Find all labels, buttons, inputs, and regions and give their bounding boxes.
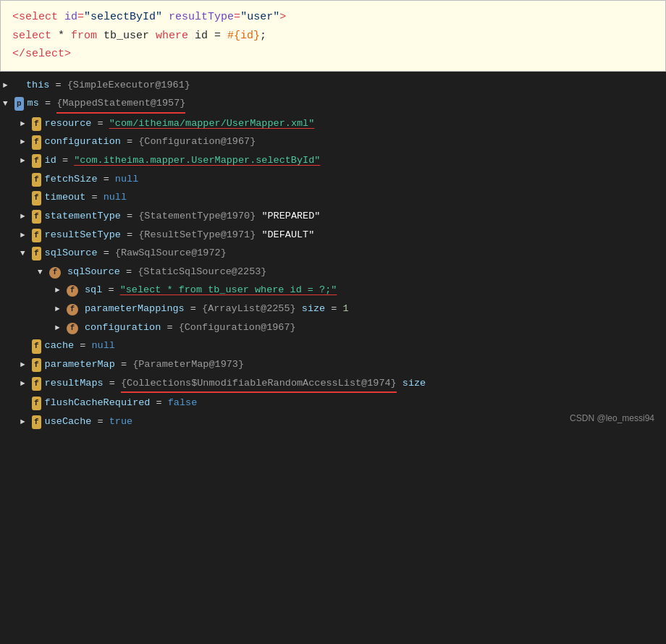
- fetchSize-row: f fetchSize = null: [0, 170, 666, 189]
- watermark: CSDN @leo_messi94: [570, 411, 654, 426]
- val-sqlSource: {RawSqlSource@1972}: [115, 245, 227, 262]
- val-timeout: null: [104, 189, 127, 206]
- code-line-2: select * from tb_user where id = #{id};: [12, 27, 654, 46]
- val-resultMaps: {Collections$UnmodifiableRandomAccessLis…: [121, 375, 397, 394]
- val-sqlSource2: {StaticSqlSource@2253}: [138, 263, 266, 281]
- resultMaps-row: ► f resultMaps = {Collections$Unmodifiab…: [0, 374, 666, 394]
- resultSetType-row: ► f resultSetType = {ResultSetType@1971}…: [0, 226, 666, 245]
- val-configuration: {Configuration@1967}: [138, 133, 256, 151]
- val-resource: "com/itheima/mapper/UserMapper.xml": [109, 115, 315, 132]
- val-sql: "select * from tb_user where id = ?;": [120, 281, 337, 299]
- sqlSource2-row: ▼ f sqlSource = {StaticSqlSource@2253}: [0, 263, 666, 281]
- configuration2-row: ► f configuration = {Configuration@1967}: [0, 318, 666, 337]
- var-sqlSource: sqlSource: [45, 245, 98, 262]
- statementType-row: ► f statementType = {StatementType@1970}…: [0, 207, 666, 226]
- val-statementType-str: "PREPARED": [261, 208, 320, 225]
- var-resultSetType: resultSetType: [45, 226, 121, 244]
- var-statementType: statementType: [45, 208, 121, 225]
- val-ms: {MappedStatement@1957}: [56, 95, 185, 114]
- var-resource: resource: [45, 115, 92, 132]
- arrow-resource[interactable]: ►: [20, 117, 32, 131]
- val-useCache: true: [109, 413, 132, 431]
- var-parameterMap: parameterMap: [45, 356, 115, 373]
- arrow-id[interactable]: ►: [20, 154, 32, 168]
- val-configuration2: {Configuration@1967}: [179, 319, 296, 336]
- var-resultMaps: resultMaps: [45, 375, 104, 392]
- arrow-parameterMappings[interactable]: ►: [55, 302, 67, 316]
- parameterMap-row: ► f parameterMap = {ParameterMap@1973}: [0, 355, 666, 374]
- cache-row: f cache = null: [0, 336, 666, 355]
- this-row: ► this = {SimpleExecutor@1961}: [0, 76, 666, 95]
- ms-row: ▼ p ms = {MappedStatement@1957}: [0, 94, 666, 114]
- arrow-useCache[interactable]: ►: [20, 415, 32, 429]
- sql-row: ► f sql = "select * from tb_user where i…: [0, 281, 666, 300]
- var-flushCacheRequired: flushCacheRequired: [45, 394, 151, 412]
- arrow-resultMaps[interactable]: ►: [20, 377, 32, 391]
- resource-row: ► f resource = "com/itheima/mapper/UserM…: [0, 114, 666, 133]
- id-row: ► f id = "com.itheima.mapper.UserMapper.…: [0, 151, 666, 170]
- var-this: this: [26, 77, 49, 94]
- var-sqlSource2: sqlSource: [67, 263, 120, 281]
- timeout-row: f timeout = null: [0, 188, 666, 207]
- code-block-container: <select id="selectById" resultType="user…: [0, 0, 666, 72]
- var-timeout: timeout: [45, 189, 86, 206]
- var-id: id: [45, 152, 56, 169]
- arrow-resultSetType[interactable]: ►: [20, 229, 32, 242]
- val-resultSetType: {ResultSetType@1971}: [138, 226, 261, 244]
- arrow-this[interactable]: ►: [3, 79, 14, 93]
- flushCacheRequired-row: f flushCacheRequired = false: [0, 394, 666, 412]
- code-line-1: <select id="selectById" resultType="user…: [12, 8, 654, 27]
- val-cache: null: [91, 337, 114, 355]
- val-fetchSize: null: [115, 171, 138, 188]
- val-resultMaps-size: size: [397, 375, 426, 392]
- val-resultSetType-str: "DEFAULT": [261, 226, 314, 244]
- arrow-sqlSource[interactable]: ▼: [20, 247, 32, 260]
- val-id: "com.itheima.mapper.UserMapper.selectByI…: [74, 152, 320, 169]
- arrow-configuration2[interactable]: ►: [55, 321, 67, 335]
- var-parameterMappings: parameterMappings: [85, 300, 185, 318]
- val-parameterMap: {ParameterMap@1973}: [132, 356, 244, 373]
- code-line-3: </select>: [12, 45, 654, 64]
- var-configuration: configuration: [45, 133, 121, 151]
- arrow-configuration[interactable]: ►: [20, 135, 32, 149]
- val-statementType: {StatementType@1970}: [138, 208, 261, 225]
- arrow-sql[interactable]: ►: [55, 284, 67, 297]
- useCache-row: ► f useCache = true: [0, 412, 666, 431]
- arrow-sqlSource2[interactable]: ▼: [38, 266, 49, 279]
- arrow-parameterMap[interactable]: ►: [20, 358, 32, 372]
- var-useCache: useCache: [45, 413, 92, 431]
- val-parameterMappings-size: size: [302, 300, 325, 318]
- parameterMappings-row: ► f parameterMappings = {ArrayList@2255}…: [0, 300, 666, 318]
- sqlSource-row: ▼ f sqlSource = {RawSqlSource@1972}: [0, 244, 666, 263]
- var-fetchSize: fetchSize: [45, 171, 98, 188]
- val-parameterMappings: {ArrayList@2255}: [202, 300, 302, 318]
- var-sql: sql: [85, 281, 102, 299]
- configuration-row: ► f configuration = {Configuration@1967}: [0, 132, 666, 151]
- var-configuration2: configuration: [85, 319, 161, 336]
- debug-tree: ► this = {SimpleExecutor@1961} ▼ p ms = …: [0, 72, 666, 436]
- val-this: {SimpleExecutor@1961}: [67, 77, 190, 94]
- val-parameterMappings-num: 1: [343, 300, 349, 318]
- var-ms: ms: [28, 95, 39, 112]
- arrow-statementType[interactable]: ►: [20, 210, 32, 224]
- val-flushCacheRequired: false: [168, 394, 198, 412]
- var-cache: cache: [45, 337, 75, 355]
- arrow-ms[interactable]: ▼: [3, 97, 14, 111]
